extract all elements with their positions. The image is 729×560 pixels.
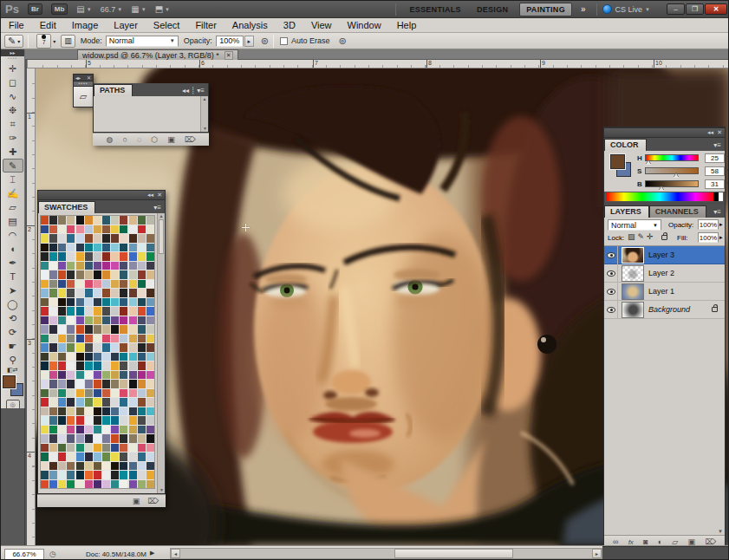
swatch[interactable] — [76, 335, 84, 343]
swatch[interactable] — [129, 244, 137, 252]
menu-layer[interactable]: Layer — [106, 20, 146, 30]
swatch[interactable] — [138, 462, 146, 471]
swatch[interactable] — [102, 471, 110, 479]
swatch[interactable] — [138, 480, 146, 489]
lasso-tool[interactable]: ∿ — [3, 89, 23, 103]
swatch[interactable] — [41, 225, 49, 234]
swatch[interactable] — [102, 462, 110, 471]
swatch[interactable] — [146, 234, 154, 243]
swatch[interactable] — [146, 371, 154, 380]
swatch[interactable] — [85, 280, 93, 289]
swatch[interactable] — [120, 434, 127, 443]
swatch[interactable] — [138, 453, 146, 461]
swatch[interactable] — [41, 335, 49, 343]
swatch[interactable] — [111, 262, 119, 270]
swatch[interactable] — [129, 434, 137, 443]
minimize-button[interactable]: – — [667, 3, 685, 15]
swatch[interactable] — [94, 416, 101, 425]
swatch[interactable] — [120, 416, 127, 425]
foreground-color-well[interactable] — [3, 375, 16, 388]
swatch[interactable] — [146, 316, 154, 325]
swatch[interactable] — [58, 471, 66, 479]
swatch[interactable] — [146, 480, 154, 489]
swatch[interactable] — [138, 244, 146, 252]
swatch[interactable] — [120, 225, 127, 234]
swatch[interactable] — [67, 434, 75, 443]
swatch[interactable] — [146, 353, 154, 361]
swatch[interactable] — [120, 316, 127, 325]
swatch[interactable] — [94, 343, 101, 352]
swatch[interactable] — [49, 434, 57, 443]
swatch[interactable] — [58, 298, 66, 307]
swatch[interactable] — [76, 280, 84, 289]
swatch[interactable] — [67, 371, 75, 380]
horizontal-scrollbar[interactable]: ◂ ▸ — [170, 548, 602, 559]
slider-value-field[interactable]: 25 — [705, 153, 725, 163]
swatch[interactable] — [41, 371, 49, 380]
swatch[interactable] — [76, 371, 84, 380]
zoom-level-field[interactable]: 66.7 — [101, 5, 116, 14]
swatch[interactable] — [111, 316, 119, 325]
swatch[interactable] — [67, 270, 75, 279]
paths-list[interactable]: ▲▼ — [93, 96, 209, 133]
swatch[interactable] — [129, 280, 137, 289]
swatch[interactable] — [76, 416, 84, 425]
swatch[interactable] — [85, 252, 93, 261]
swatch[interactable] — [76, 426, 84, 434]
swatch[interactable] — [67, 389, 75, 398]
swatch[interactable] — [129, 426, 137, 434]
swatch[interactable] — [138, 380, 146, 388]
type-tool[interactable]: T — [3, 270, 23, 283]
swatch[interactable] — [49, 453, 57, 461]
swatch[interactable] — [120, 325, 127, 334]
layer-visibility-icon[interactable] — [604, 246, 618, 264]
swatch[interactable] — [41, 280, 49, 289]
swatch[interactable] — [146, 244, 154, 252]
crop-tool[interactable]: ⌗ — [3, 117, 23, 131]
cs-live-arrow[interactable]: ▼ — [645, 7, 650, 12]
swatch[interactable] — [138, 298, 146, 307]
swatch[interactable] — [111, 426, 119, 434]
swatch[interactable] — [49, 380, 57, 388]
swatch[interactable] — [94, 244, 101, 252]
layer-name[interactable]: Background — [648, 305, 690, 314]
swatch[interactable] — [76, 316, 84, 325]
swatch[interactable] — [111, 407, 119, 416]
new-swatch-icon[interactable]: ▣ — [133, 497, 140, 505]
panel-collapse-icon[interactable]: ◂◂ ┊ ▾≡ — [182, 87, 205, 94]
layer-thumbnail[interactable] — [622, 265, 644, 282]
swatch[interactable] — [76, 262, 84, 270]
zoom-level-arrow[interactable]: ▼ — [117, 7, 122, 12]
swatch[interactable] — [129, 398, 137, 407]
swatch[interactable] — [129, 380, 137, 388]
swatch[interactable] — [41, 389, 49, 398]
swatch[interactable] — [120, 252, 127, 261]
swatch[interactable] — [58, 335, 66, 343]
swatch[interactable] — [111, 289, 119, 297]
swatch[interactable] — [146, 289, 154, 297]
swatch[interactable] — [111, 280, 119, 289]
swatch[interactable] — [102, 335, 110, 343]
swatch[interactable] — [102, 380, 110, 388]
dodge-tool[interactable]: ◖ — [3, 242, 23, 256]
swatch[interactable] — [67, 462, 75, 471]
swatch[interactable] — [138, 398, 146, 407]
menu-file[interactable]: File — [1, 20, 32, 30]
swatch[interactable] — [146, 407, 154, 416]
swatch[interactable] — [76, 471, 84, 479]
swatch[interactable] — [85, 244, 93, 252]
swatch[interactable] — [67, 252, 75, 261]
toggle-brush-panel-button[interactable]: ▥ — [61, 35, 75, 48]
swatch[interactable] — [102, 244, 110, 252]
swatches-titlebar[interactable]: ◂◂✕ — [37, 190, 166, 200]
swatch[interactable] — [120, 398, 127, 407]
healing-brush-tool[interactable]: ✚ — [3, 145, 23, 159]
workspace-painting[interactable]: PAINTING — [519, 3, 572, 16]
swatch[interactable] — [67, 234, 75, 243]
swatch[interactable] — [111, 480, 119, 489]
menu-edit[interactable]: Edit — [32, 20, 64, 30]
swatch[interactable] — [146, 398, 154, 407]
swatch[interactable] — [58, 343, 66, 352]
color-ramp[interactable] — [605, 192, 724, 202]
delete-path-icon[interactable]: ⌦ — [185, 135, 196, 144]
